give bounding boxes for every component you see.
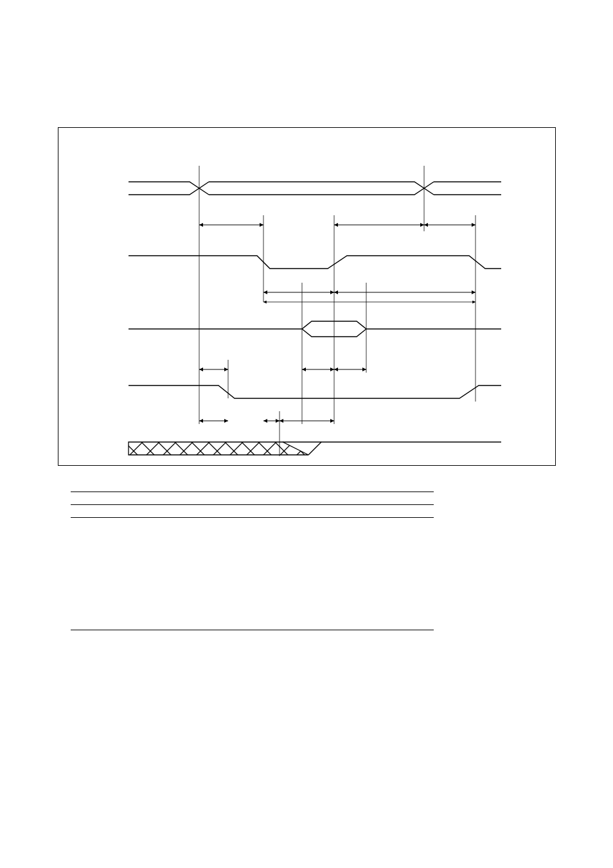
caption-rule-1 xyxy=(71,492,434,492)
page xyxy=(0,0,613,868)
dim-strobe2-row xyxy=(0,0,613,868)
caption-rule-2 xyxy=(71,504,434,505)
caption-rule-4 xyxy=(71,630,434,630)
caption-rule-3 xyxy=(71,517,434,518)
